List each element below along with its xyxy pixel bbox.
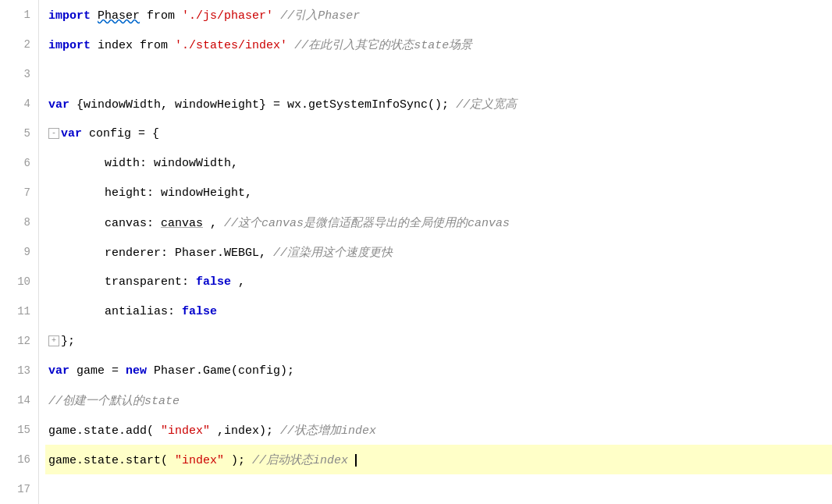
line-number-3: 3 <box>0 59 38 89</box>
line-number-2: 2 <box>0 30 38 59</box>
code-line-16: game.state.start( "index" ); //启动状态index <box>45 445 832 474</box>
code-line-8: canvas: canvas , //这个canvas是微信适配器导出的全局使用… <box>45 208 832 237</box>
line-number-17: 17 <box>0 474 38 504</box>
code-line-14: //创建一个默认的state <box>45 385 832 415</box>
line-number-14: 14 <box>0 385 38 415</box>
line-number-5: 5 <box>0 119 38 148</box>
code-content[interactable]: import Phaser from './js/phaser' //引入Pha… <box>39 0 832 504</box>
code-line-2: import index from './states/index' //在此引… <box>45 30 832 59</box>
fold-icon-12[interactable]: + <box>48 335 59 346</box>
code-line-1: import Phaser from './js/phaser' //引入Pha… <box>45 0 832 30</box>
code-line-3 <box>45 59 832 89</box>
code-line-17 <box>45 474 832 504</box>
code-line-11: antialias: false <box>45 296 832 326</box>
line-number-13: 13 <box>0 356 38 385</box>
code-line-5: - var config = { <box>45 119 832 148</box>
fold-icon-5[interactable]: - <box>48 128 59 139</box>
line-numbers: 1 2 3 4 5 6 7 8 9 10 11 12 13 14 15 16 1… <box>0 0 39 504</box>
code-line-15: game.state.add( "index" ,index); //状态增加i… <box>45 415 832 445</box>
line-number-4: 4 <box>0 89 38 119</box>
line-number-10: 10 <box>0 267 38 296</box>
line-number-11: 11 <box>0 296 38 326</box>
code-line-6: width: windowWidth, <box>45 148 832 178</box>
line-number-9: 9 <box>0 237 38 267</box>
line-number-12: 12 <box>0 326 38 356</box>
code-line-4: var {windowWidth, windowHeight} = wx.get… <box>45 89 832 119</box>
line-number-8: 8 <box>0 208 38 237</box>
line-number-15: 15 <box>0 415 38 445</box>
code-line-9: renderer: Phaser.WEBGL, //渲染用这个速度更快 <box>45 237 832 267</box>
code-line-7: height: windowHeight, <box>45 178 832 208</box>
line-number-6: 6 <box>0 148 38 178</box>
line-number-1: 1 <box>0 0 38 30</box>
line-number-7: 7 <box>0 178 38 208</box>
code-line-10: transparent: false , <box>45 267 832 296</box>
code-line-12: + }; <box>45 326 832 356</box>
line-number-16: 16 <box>0 445 38 474</box>
code-editor: 1 2 3 4 5 6 7 8 9 10 11 12 13 14 15 16 1… <box>0 0 832 504</box>
code-line-13: var game = new Phaser.Game(config); <box>45 356 832 385</box>
